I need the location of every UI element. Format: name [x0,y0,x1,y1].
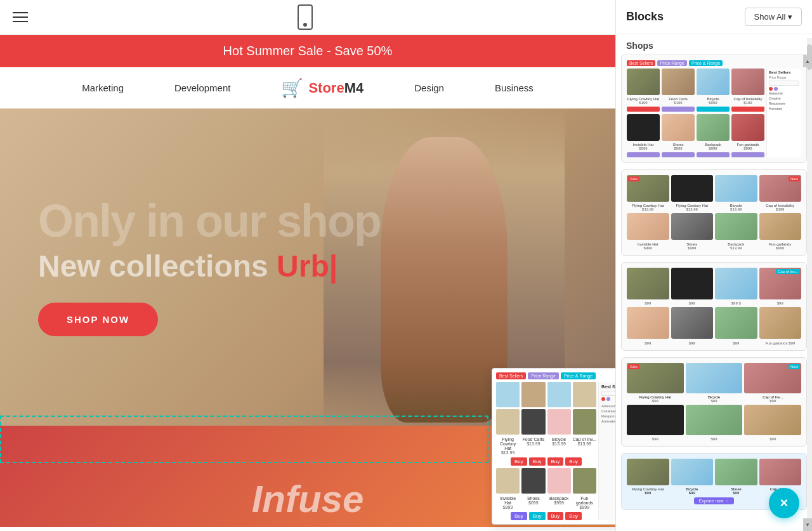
b3-price-4: $99 [759,301,802,305]
show-all-button[interactable]: Show All ▾ [745,8,802,26]
thumb-label-8: Fun garlands [573,496,596,505]
b4-price-4: $99 [627,437,684,441]
thumb-img-12 [573,468,596,494]
b2-price-3: $13.99 [715,207,757,211]
b3-price-3: $99 $ [715,301,757,305]
block-thumb-1[interactable]: Best Sellers Price Range Price & Range [621,55,807,163]
b2-badge-new: New [789,176,800,181]
nav-link-design[interactable]: Design [414,82,444,93]
b1-price-8: $999 [731,147,764,150]
panel-scrollbar-track[interactable] [807,38,812,531]
logo-m4: M4 [344,80,364,96]
b4-price-1: $99 [627,399,684,403]
b3-img-7 [715,307,757,339]
b3-price-6: $99 [671,341,714,345]
b1-price-7: $999 [697,147,730,150]
b5-explore-btn[interactable]: Explore now → [694,497,734,504]
thumb-img-10 [521,468,545,494]
thumb-img-5 [496,409,520,435]
thumb-buy-btn-7[interactable]: Buy [547,512,564,520]
b3-price-7: $99 [715,341,757,345]
block1-badge-2: Price Range [657,60,687,66]
block-thumb-4[interactable]: Sale New Flying Cowboy Hat$99 Bicycle$99… [621,357,807,447]
b4-badge-1: Sale [628,364,639,369]
thumb-price-8: $999 [573,505,596,509]
thumb-img-2 [521,382,545,407]
logo-cart-icon: 🛒 [281,77,303,98]
thumb-badge-sellers: Best Sellers [496,372,526,379]
b1-btn-6[interactable] [662,152,695,157]
block-thumb-2[interactable]: Sale New Flying Cowboy Hat$13.99 Flying … [621,169,807,256]
nav-link-business[interactable]: Business [495,82,534,93]
b1-img-7 [697,114,730,141]
b1-btn-7[interactable] [697,152,730,157]
nav-link-development[interactable]: Development [174,82,230,93]
thumb-img-7 [547,409,571,435]
thumb-img-11 [547,468,571,494]
b1-btn-8[interactable] [731,152,764,157]
b3-img-5 [627,307,669,339]
thumb-buy-btn-6[interactable]: Buy [529,512,546,520]
b5-img-1 [627,459,669,485]
block-thumb-3[interactable]: Cap of Inv... $99 $99 $99 $ $99 $99 [621,262,807,351]
thumb-price-7: $999 [547,501,571,505]
thumb-filter-item-1: Awesome [601,403,615,409]
phone-preview-icon[interactable] [298,4,313,30]
floating-thumbnail[interactable]: Best Sellers Price Range Price & Range [492,368,615,525]
thumb-img-3 [547,382,571,407]
thumb-buy-btn-1[interactable]: Buy [511,457,527,466]
hero-heading: Only in our shop [38,198,381,244]
b3-price-1: $99 [627,301,669,305]
thumb-label-5: Invisible Hat [496,496,520,505]
b1-btn-5[interactable] [627,152,660,157]
top-toolbar [0,0,615,35]
b1-price-2: $199 [662,101,695,105]
b1-btn-2[interactable] [662,107,695,112]
thumb-img-1 [496,382,520,407]
thumb-buy-btn-3[interactable]: Buy [547,457,564,466]
b1-btn-3[interactable] [697,107,730,112]
b4-img-2 [686,363,743,393]
b1-filter-responsive: Responsive [769,101,799,106]
b5-img-2 [671,459,714,485]
canvas-area: Hot Summer Sale - Save 50% Marketing Dev… [0,0,615,531]
b3-img-2 [671,268,714,299]
thumb-buy-btn-8[interactable]: Buy [565,512,582,520]
thumb-price-2: $13.99 [521,442,545,446]
thumb-img-8 [573,409,596,435]
scroll-up-arrow[interactable]: ▲ [803,55,812,67]
hero-content: Only in our shop New collections Urb| SH… [38,198,381,336]
nav-link-marketing[interactable]: Marketing [82,82,124,93]
hamburger-menu-icon[interactable] [13,12,28,22]
b1-btn-1[interactable] [627,107,660,112]
scroll-down-arrow[interactable]: ▼ [803,518,812,531]
panel-blocks-list[interactable]: ▲ Best Sellers Price Range Price & Range [616,55,812,531]
b3-price-8: Fun garlands $99 [759,341,802,345]
b1-filter-animated: Animated [769,106,799,111]
b1-img-8 [731,114,764,141]
thumb-price-1: $13.99 [496,450,520,455]
thumb-buy-btn-4[interactable]: Buy [565,457,582,466]
b1-sidebar: Best Sellers Price Range Awesome Creativ… [766,69,801,157]
b2-badge-sale: Sale [628,176,639,181]
promo-text: Hot Summer Sale - Save 50% [223,44,393,58]
b1-price-3: $099 [697,101,730,105]
b4-img-4 [627,405,684,435]
shop-now-button[interactable]: SHOP NOW [38,303,158,336]
b1-filter-box [769,81,799,86]
thumb-label-6: Shoes [521,496,545,501]
b5-price-1: $99 [627,491,669,495]
thumb-label-3: Bicycle [547,437,571,442]
thumb-buy-btn-2[interactable]: Buy [529,457,546,466]
hero-subheading-accent: Urb| [277,249,337,283]
thumb-price-3: $13.99 [547,442,571,446]
close-panel-button[interactable]: × [769,488,799,518]
b1-btn-4[interactable] [731,107,764,112]
panel-section-shops: Shops [616,34,812,55]
thumb-badge-range: Price Range [528,372,559,379]
b2-price-6: $999 [671,246,714,250]
thumb-img-4 [573,382,596,407]
thumb-buy-btn-5[interactable]: Buy [511,512,527,520]
b1-filter-awesome: Awesome [769,91,799,96]
b1-img-6 [662,114,695,141]
